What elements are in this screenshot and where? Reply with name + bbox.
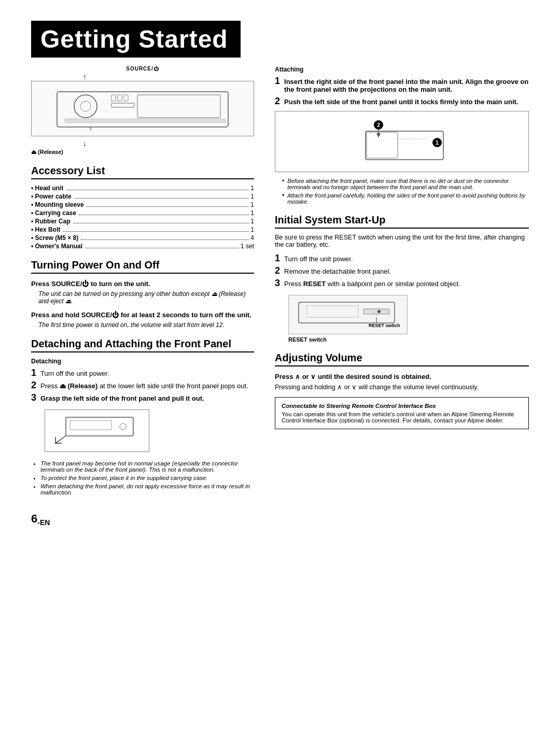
right-column: Attaching Insert the right side of the f… <box>275 66 529 527</box>
svg-rect-11 <box>70 420 111 430</box>
accessory-list: • Head unit1 • Power cable1 • Mounting s… <box>31 185 254 250</box>
page-title: Getting Started <box>31 21 241 58</box>
svg-rect-15 <box>367 132 398 158</box>
svg-rect-14 <box>366 131 443 160</box>
connectable-box: Connectable to Steering Remote Control I… <box>275 397 529 429</box>
source-label: SOURCE/⏻ <box>31 66 254 72</box>
release-label: ⏏ (Release) <box>31 149 254 156</box>
svg-rect-8 <box>124 95 128 101</box>
svg-rect-7 <box>118 95 122 101</box>
list-item: • Hex Bolt1 <box>31 226 254 233</box>
svg-rect-23 <box>363 309 389 314</box>
svg-text:RESET switch: RESET switch <box>369 323 400 328</box>
step-3: Grasp the left side of the front panel a… <box>31 393 254 402</box>
press-source-label: Press SOURCE/⏻ to turn on the unit. <box>31 280 254 288</box>
svg-text:1: 1 <box>436 139 439 146</box>
panel-pull-diagram <box>45 409 149 452</box>
device-diagram <box>31 81 254 136</box>
list-item: • Screw (M5 × 8)4 <box>31 234 254 242</box>
svg-rect-1 <box>137 95 220 118</box>
svg-point-2 <box>74 95 97 118</box>
accessory-section-title: Accessory List <box>31 165 254 179</box>
svg-rect-4 <box>111 103 134 107</box>
initial-step-1: Turn off the unit power. <box>275 253 529 263</box>
step-2: Press ⏏ (Release) at the lower left side… <box>31 380 254 390</box>
attach-diagram: 2 1 <box>275 111 529 172</box>
svg-rect-6 <box>111 95 116 101</box>
detaching-sub-label: Detaching <box>31 358 254 365</box>
svg-point-12 <box>120 423 126 430</box>
arrow-up-icon: ↑ <box>83 73 254 81</box>
page-number: 6-EN <box>31 512 254 527</box>
svg-point-3 <box>80 101 91 111</box>
adjusting-press-label: Press ∧ or ∨ until the desired sound is … <box>275 373 529 380</box>
connectable-box-text: You can operate this unit from the vehic… <box>282 411 522 423</box>
turning-power-section-title: Turning Power On and Off <box>31 259 254 274</box>
list-item: • Rubber Cap1 <box>31 218 254 225</box>
left-column: SOURCE/⏻ ↑ <box>31 66 254 527</box>
reset-switch-label: RESET switch <box>288 336 529 343</box>
turning-note1: The unit can be turned on by pressing an… <box>38 290 254 305</box>
initial-step-2: Remove the detachable front panel. <box>275 266 529 275</box>
list-item: • Power cable1 <box>31 193 254 200</box>
attaching-label: Attaching <box>275 66 529 73</box>
initial-system-steps: Turn off the unit power. Remove the deta… <box>275 253 529 288</box>
press-hold-label: Press and hold SOURCE/⏻ for at least 2 s… <box>31 311 254 319</box>
note-item: When detaching the front panel, do not a… <box>40 483 254 496</box>
detaching-section-title: Detaching and Attaching the Front Panel <box>31 338 254 352</box>
attach-step-1: Insert the right side of the front panel… <box>275 76 529 93</box>
turning-note2: The first time power is turned on, the v… <box>38 321 254 329</box>
list-item: • Head unit1 <box>31 185 254 192</box>
svg-rect-10 <box>66 417 133 436</box>
detaching-notes: The front panel may become hot in normal… <box>31 460 254 496</box>
arrow-down-icon: ↓ <box>83 139 254 148</box>
svg-point-24 <box>377 310 381 313</box>
svg-text:2: 2 <box>377 122 380 128</box>
adjusting-volume-title: Adjusting Volume <box>275 352 529 366</box>
svg-rect-5 <box>65 119 226 123</box>
attach-note-1: Before attaching the front panel, make s… <box>282 177 529 190</box>
initial-step-3: Press RESET with a ballpoint pen or simi… <box>275 278 529 288</box>
note-item: To protect the front panel, place it in … <box>40 475 254 481</box>
connectable-box-title: Connectable to Steering Remote Control I… <box>282 403 522 409</box>
adjusting-description: Pressing and holding ∧ or ∨ will change … <box>275 383 529 391</box>
initial-system-title: Initial System Start-Up <box>275 214 529 229</box>
list-item: • Carrying case1 <box>31 209 254 217</box>
list-item: • Owner's Manual1 set <box>31 243 254 250</box>
note-item: The front panel may become hot in normal… <box>40 460 254 473</box>
initial-system-intro: Be sure to press the RESET switch when u… <box>275 234 529 248</box>
attach-step-2: Push the left side of the front panel un… <box>275 96 529 106</box>
detaching-steps: Turn off the unit power. Press ⏏ (Releas… <box>31 368 254 402</box>
step-1: Turn off the unit power. <box>31 368 254 377</box>
attach-note-2: Attach the front panel carefully, holdin… <box>282 192 529 205</box>
svg-rect-22 <box>306 306 358 317</box>
attach-steps: Insert the right side of the front panel… <box>275 76 529 106</box>
reset-diagram: RESET switch <box>288 295 408 334</box>
list-item: • Mounting sleeve1 <box>31 201 254 208</box>
